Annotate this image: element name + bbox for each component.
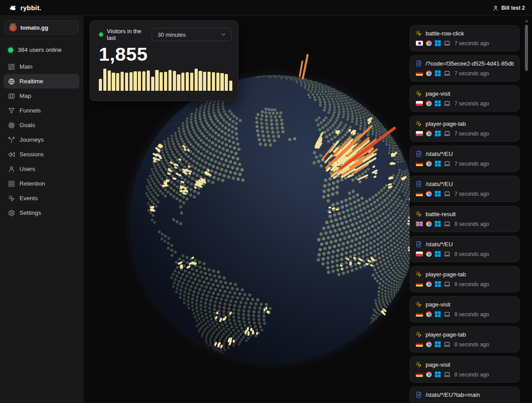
chrome-icon (426, 101, 432, 106)
globe-area: Visitors in the last 30 minutes 1,855 (83, 16, 410, 403)
desktop-icon (444, 100, 450, 107)
event-card[interactable]: /stats/*/EU?tab=main (410, 387, 520, 403)
time-range-select[interactable]: 30 minutes (152, 28, 231, 41)
sidebar-item-sessions[interactable]: Sessions (4, 147, 79, 162)
sidebar-item-settings[interactable]: Settings (4, 205, 79, 220)
event-card[interactable]: /stats/*/EU7 seconds ago (410, 146, 520, 172)
flag-de (416, 372, 423, 377)
chart-bar (121, 72, 124, 91)
online-label: 384 users online (18, 46, 62, 53)
event-title: page-visit (426, 361, 450, 368)
flag-de (416, 161, 423, 166)
user-menu[interactable]: Bill test 2 (493, 5, 525, 11)
scrollbar-thumb[interactable] (525, 25, 528, 71)
event-card[interactable]: page-visit7 seconds ago (410, 85, 520, 112)
user-name: Bill test 2 (501, 5, 525, 11)
event-card[interactable]: /stats/*/EU8 seconds ago (410, 236, 520, 262)
file-text-icon (415, 241, 422, 248)
chart-bar (190, 73, 193, 91)
sidebar-item-label: Map (20, 93, 31, 99)
event-title: /?code=f35ecee2-d525-4d41-85db-... (426, 60, 514, 67)
file-text-icon (415, 391, 422, 398)
sidebar-item-funnels[interactable]: Funnels (4, 103, 79, 118)
user-icon (8, 166, 15, 173)
chrome-icon (426, 221, 432, 227)
chart-bar (216, 73, 219, 91)
event-title: battle-result (426, 211, 456, 217)
event-card[interactable]: page-visit8 seconds ago (410, 296, 520, 322)
chart-bar (181, 73, 184, 91)
event-time: 8 seconds ago (454, 221, 489, 227)
sidebar-item-label: Main (20, 63, 32, 70)
live-dot (99, 32, 103, 37)
event-title: /stats/*/EU (426, 151, 453, 157)
sidebar-item-label: Users (20, 166, 35, 172)
sidebar-item-main[interactable]: Main (4, 59, 79, 74)
split-icon (8, 136, 15, 143)
target-icon (8, 122, 15, 129)
event-title: /stats/*/EU (426, 181, 453, 187)
site-selector[interactable]: tomato.gg (4, 20, 78, 35)
event-title: player-page-tab (426, 271, 466, 278)
chart-bar (125, 73, 128, 91)
flag-pl (416, 101, 423, 106)
logo-text: rybbit. (20, 4, 41, 12)
event-card[interactable]: battle-result8 seconds ago (410, 206, 520, 232)
scrollbar-up-arrow[interactable] (525, 19, 528, 22)
chrome-icon (426, 161, 432, 167)
desktop-icon (444, 371, 450, 378)
sidebar-item-label: Sessions (20, 151, 44, 158)
windows-icon (435, 131, 441, 136)
visitors-label: Visitors in the last (107, 28, 152, 41)
file-text-icon (415, 181, 422, 187)
sidebar-item-label: Journeys (20, 136, 44, 143)
funnel-icon (8, 107, 15, 114)
top-bar: rybbit. Bill test 2 (0, 0, 532, 16)
event-card[interactable]: battle-row-click7 seconds ago (410, 25, 520, 51)
event-title: /stats/*/EU (426, 241, 453, 248)
chart-bar (177, 74, 180, 91)
event-card[interactable]: page-visit8 seconds ago (410, 356, 520, 383)
event-time: 7 seconds ago (454, 101, 489, 107)
event-card[interactable]: player-page-tab8 seconds ago (410, 326, 520, 353)
windows-icon (435, 281, 441, 287)
sidebar-item-label: Settings (20, 209, 41, 216)
sidebar-item-realtime[interactable]: Realtime (4, 74, 79, 89)
chart-bar (108, 70, 111, 91)
visitors-card: Visitors in the last 30 minutes 1,855 (90, 20, 239, 101)
sidebar-item-users[interactable]: Users (4, 162, 79, 176)
chart-bar (168, 70, 172, 91)
desktop-icon (444, 251, 450, 257)
chart-bar (147, 70, 150, 91)
sidebar-item-goals[interactable]: Goals (4, 118, 79, 132)
event-time: 7 seconds ago (454, 191, 489, 197)
event-card[interactable]: /?code=f35ecee2-d525-4d41-85db-...7 seco… (410, 55, 520, 81)
sidebar-item-journeys[interactable]: Journeys (4, 132, 79, 147)
sidebar-nav: MainRealtimeMapFunnelsGoalsJourneysSessi… (0, 58, 83, 222)
chart-bar (112, 73, 115, 91)
event-time: 7 seconds ago (454, 131, 489, 137)
sidebar-item-label: Retention (20, 180, 45, 187)
sidebar-item-events[interactable]: Events (4, 191, 79, 205)
flag-pl (416, 252, 423, 256)
event-time: 8 seconds ago (454, 372, 489, 378)
logo[interactable]: rybbit. (9, 4, 41, 12)
chrome-icon (426, 191, 432, 197)
event-time: 7 seconds ago (454, 40, 489, 46)
event-card[interactable]: player-page-tab7 seconds ago (410, 116, 520, 142)
site-favicon (9, 24, 17, 31)
pointer-click-icon (415, 211, 422, 217)
event-card[interactable]: /stats/*/EU7 seconds ago (410, 176, 520, 202)
sidebar-item-label: Funnels (20, 107, 41, 114)
sidebar-item-retention[interactable]: Retention (4, 176, 79, 191)
windows-icon (435, 221, 441, 227)
online-dot (8, 47, 13, 53)
pointer-click-icon (415, 30, 422, 37)
chart-bar (212, 72, 215, 91)
sidebar-item-map[interactable]: Map (4, 89, 79, 103)
desktop-icon (444, 190, 450, 197)
chrome-icon (426, 311, 432, 317)
event-card[interactable]: player-page-tab8 seconds ago (410, 266, 520, 292)
windows-icon (435, 191, 441, 197)
chrome-icon (426, 40, 432, 46)
